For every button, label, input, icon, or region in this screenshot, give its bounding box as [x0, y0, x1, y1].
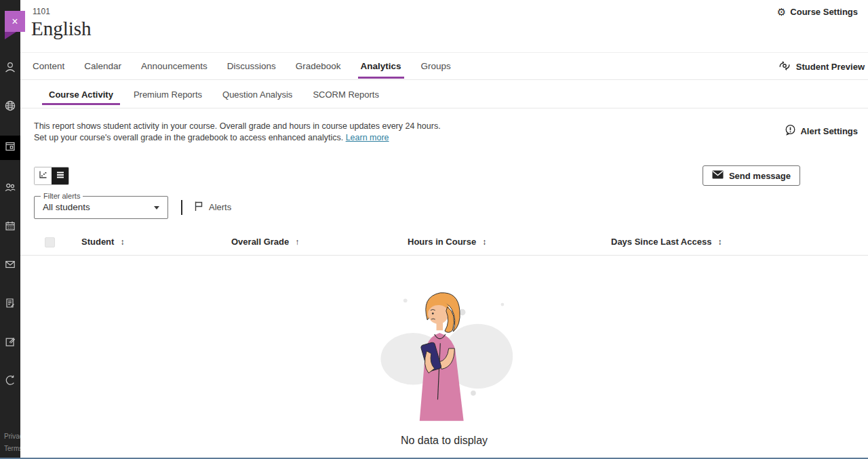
calendar-icon [4, 220, 16, 235]
profile-icon [4, 61, 16, 76]
column-header-days-since-last-access[interactable]: Days Since Last Access ↕ [611, 237, 722, 247]
column-header-student[interactable]: Student ↕ [81, 237, 124, 247]
alerts-button[interactable]: Alerts [193, 201, 231, 214]
student-preview-label: Student Preview [796, 62, 865, 72]
empty-state-message: No data to display [401, 435, 488, 447]
send-message-label: Send message [729, 171, 791, 181]
course-title: English [31, 18, 92, 40]
grades-icon [4, 297, 16, 312]
tab-announcements[interactable]: Announcements [141, 53, 208, 79]
report-description: This report shows student activity in yo… [34, 121, 441, 144]
tab-discussions[interactable]: Discussions [227, 53, 276, 79]
filter-alerts-select[interactable]: Filter alerts All students [34, 196, 168, 219]
subtab-premium-reports[interactable]: Premium Reports [134, 81, 202, 108]
privacy-link[interactable]: Privacy [4, 431, 20, 443]
column-header-hours-in-course[interactable]: Hours in Course ↕ [408, 237, 486, 247]
tab-groups[interactable]: Groups [421, 53, 451, 79]
sidebar-item-organizations[interactable] [0, 178, 20, 199]
tab-content[interactable]: Content [33, 53, 64, 79]
course-page: 1101 English ⚙ Course Settings Content C… [20, 0, 868, 458]
learn-more-link[interactable]: Learn more [346, 133, 389, 142]
chart-icon [38, 169, 48, 182]
sidebar-item-sign-out[interactable] [0, 372, 20, 392]
sign-out-icon [4, 374, 16, 389]
student-preview-button[interactable]: Student Preview [778, 53, 865, 81]
envelope-icon [712, 170, 724, 181]
sidebar-item-courses[interactable] [0, 136, 20, 160]
app-window: Privacy Terms × 1101 English ⚙ Course Se… [0, 0, 868, 459]
view-toggle-group [34, 167, 69, 185]
chart-view-button[interactable] [35, 167, 52, 184]
alert-settings-label: Alert Settings [800, 126, 858, 136]
filter-alerts-value: All students [43, 202, 90, 212]
sidebar-item-messages[interactable] [0, 256, 20, 276]
list-icon [56, 170, 65, 182]
sort-asc-icon[interactable]: ↑ [295, 237, 299, 247]
courses-icon [4, 140, 16, 155]
report-description-line2: Set up your course's overall grade in th… [34, 133, 343, 142]
toolbar-divider [181, 200, 182, 215]
sidebar-item-profile[interactable] [0, 58, 20, 79]
close-icon: × [12, 16, 18, 28]
select-all-checkbox[interactable] [45, 237, 55, 247]
terms-link[interactable]: Terms [4, 443, 20, 455]
course-tab-bar: Content Calendar Announcements Discussio… [20, 52, 868, 80]
sidebar-item-tools[interactable] [0, 333, 20, 353]
send-message-button[interactable]: Send message [703, 165, 800, 186]
compose-icon [4, 336, 16, 351]
globe-icon [4, 100, 16, 115]
close-course-button[interactable]: × [5, 11, 25, 39]
course-settings-label: Course Settings [790, 7, 858, 17]
alert-bubble-icon [785, 124, 796, 138]
flag-icon [193, 201, 203, 214]
report-description-line1: This report shows student activity in yo… [34, 121, 441, 132]
tab-gradebook[interactable]: Gradebook [296, 53, 341, 79]
no-data-illustration [373, 285, 515, 425]
sidebar-footer: Privacy Terms [4, 431, 20, 455]
gear-icon: ⚙ [777, 7, 786, 17]
student-table-header: Student ↕ Overall Grade ↑ Hours in Cours… [20, 233, 868, 256]
close-button-fold [5, 32, 16, 39]
sort-icon[interactable]: ↕ [482, 237, 486, 247]
sort-icon[interactable]: ↕ [120, 237, 124, 247]
empty-state: No data to display [20, 285, 868, 447]
course-settings-button[interactable]: ⚙ Course Settings [777, 7, 858, 17]
organizations-icon [4, 181, 16, 196]
tab-calendar[interactable]: Calendar [84, 53, 121, 79]
base-navigation-sidebar: Privacy Terms [0, 0, 20, 458]
list-view-button[interactable] [52, 167, 68, 184]
subtab-scorm-reports[interactable]: SCORM Reports [313, 81, 379, 108]
student-preview-icon [778, 60, 791, 73]
subtab-question-analysis[interactable]: Question Analysis [222, 81, 292, 108]
tab-analytics[interactable]: Analytics [361, 53, 401, 79]
course-id: 1101 [33, 7, 50, 16]
alert-settings-button[interactable]: Alert Settings [785, 124, 858, 138]
envelope-icon [4, 258, 16, 273]
sidebar-item-institution-page[interactable] [0, 97, 20, 117]
column-header-overall-grade[interactable]: Overall Grade ↑ [231, 237, 299, 247]
alerts-label: Alerts [209, 202, 231, 212]
sidebar-item-calendar[interactable] [0, 217, 20, 237]
subtab-course-activity[interactable]: Course Activity [49, 81, 113, 108]
filter-alerts-label: Filter alerts [41, 192, 83, 200]
chevron-down-icon [154, 206, 159, 209]
sidebar-item-grades[interactable] [0, 294, 20, 315]
sort-icon[interactable]: ↕ [717, 237, 722, 247]
analytics-sub-tab-bar: Course Activity Premium Reports Question… [20, 81, 868, 108]
